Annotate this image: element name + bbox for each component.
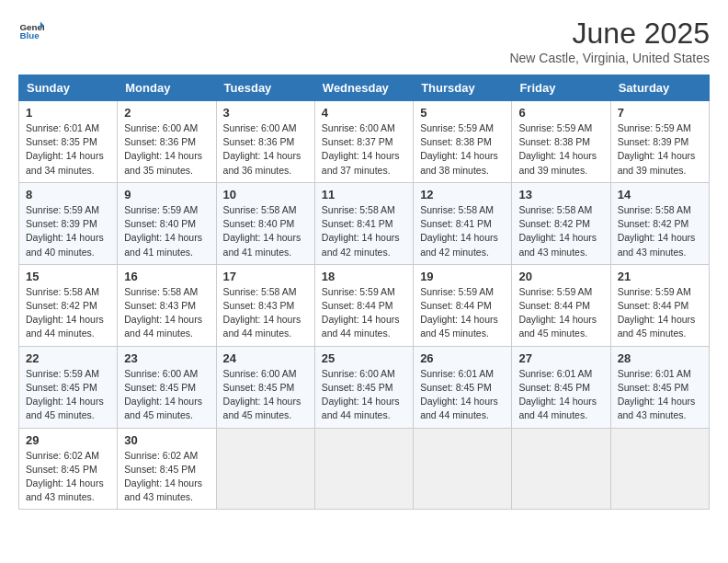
- day-number: 27: [518, 351, 603, 365]
- table-row: [216, 428, 314, 510]
- table-row: 12 Sunrise: 5:58 AM Sunset: 8:41 PM Dayl…: [414, 182, 512, 264]
- day-detail: Sunrise: 5:59 AM Sunset: 8:40 PM Dayligh…: [124, 203, 209, 259]
- daylight-text: Daylight: 14 hours and 43 minutes.: [618, 396, 696, 420]
- day-number: 29: [26, 433, 110, 447]
- day-detail: Sunrise: 5:59 AM Sunset: 8:38 PM Dayligh…: [420, 121, 505, 178]
- day-number: 25: [322, 351, 406, 365]
- daylight-text: Daylight: 14 hours and 41 minutes.: [124, 232, 202, 257]
- day-number: 1: [26, 106, 110, 120]
- daylight-text: Daylight: 14 hours and 40 minutes.: [26, 232, 104, 257]
- table-row: 17 Sunrise: 5:58 AM Sunset: 8:43 PM Dayl…: [216, 264, 314, 346]
- sunset-text: Sunset: 8:45 PM: [26, 464, 97, 475]
- day-number: 12: [420, 188, 505, 201]
- sunset-text: Sunset: 8:40 PM: [223, 218, 295, 229]
- day-detail: Sunrise: 5:59 AM Sunset: 8:44 PM Dayligh…: [322, 285, 406, 341]
- day-number: 19: [420, 270, 505, 283]
- sunset-text: Sunset: 8:40 PM: [124, 218, 196, 229]
- table-row: 8 Sunrise: 5:59 AM Sunset: 8:39 PM Dayli…: [19, 182, 118, 264]
- day-detail: Sunrise: 5:59 AM Sunset: 8:38 PM Dayligh…: [518, 121, 603, 178]
- daylight-text: Daylight: 14 hours and 45 minutes.: [223, 396, 301, 420]
- sunrise-text: Sunrise: 6:02 AM: [26, 450, 99, 461]
- table-row: 3 Sunrise: 6:00 AM Sunset: 8:36 PM Dayli…: [216, 101, 314, 183]
- sunset-text: Sunset: 8:43 PM: [124, 300, 196, 311]
- daylight-text: Daylight: 14 hours and 43 minutes.: [518, 232, 597, 257]
- calendar-week-row: 1 Sunrise: 6:01 AM Sunset: 8:35 PM Dayli…: [19, 101, 710, 183]
- daylight-text: Daylight: 14 hours and 44 minutes.: [322, 314, 400, 339]
- table-row: 26 Sunrise: 6:01 AM Sunset: 8:45 PM Dayl…: [414, 346, 512, 428]
- sunset-text: Sunset: 8:38 PM: [420, 136, 492, 147]
- calendar-table: Sunday Monday Tuesday Wednesday Thursday…: [18, 75, 710, 510]
- sunrise-text: Sunrise: 5:59 AM: [26, 368, 99, 379]
- daylight-text: Daylight: 14 hours and 39 minutes.: [518, 150, 597, 175]
- sunrise-text: Sunrise: 5:59 AM: [518, 286, 592, 297]
- table-row: 10 Sunrise: 5:58 AM Sunset: 8:40 PM Dayl…: [216, 182, 314, 264]
- day-detail: Sunrise: 6:00 AM Sunset: 8:45 PM Dayligh…: [223, 367, 308, 423]
- day-number: 28: [618, 351, 702, 365]
- table-row: 6 Sunrise: 5:59 AM Sunset: 8:38 PM Dayli…: [512, 101, 610, 183]
- day-detail: Sunrise: 6:01 AM Sunset: 8:45 PM Dayligh…: [420, 367, 505, 423]
- table-row: 9 Sunrise: 5:59 AM Sunset: 8:40 PM Dayli…: [118, 182, 216, 264]
- day-detail: Sunrise: 5:59 AM Sunset: 8:45 PM Dayligh…: [26, 367, 110, 423]
- day-detail: Sunrise: 5:59 AM Sunset: 8:39 PM Dayligh…: [26, 203, 110, 259]
- daylight-text: Daylight: 14 hours and 45 minutes.: [124, 396, 202, 420]
- table-row: 28 Sunrise: 6:01 AM Sunset: 8:45 PM Dayl…: [610, 346, 709, 428]
- day-detail: Sunrise: 5:58 AM Sunset: 8:40 PM Dayligh…: [223, 203, 308, 259]
- day-number: 9: [124, 188, 209, 201]
- day-detail: Sunrise: 5:59 AM Sunset: 8:44 PM Dayligh…: [420, 285, 505, 341]
- col-friday: Friday: [512, 75, 610, 101]
- day-number: 22: [26, 351, 110, 365]
- sunset-text: Sunset: 8:39 PM: [618, 136, 689, 147]
- daylight-text: Daylight: 14 hours and 41 minutes.: [223, 232, 301, 257]
- day-number: 26: [420, 351, 505, 365]
- sunrise-text: Sunrise: 5:59 AM: [420, 122, 494, 133]
- day-detail: Sunrise: 6:02 AM Sunset: 8:45 PM Dayligh…: [124, 449, 209, 505]
- day-number: 5: [420, 106, 505, 120]
- sunrise-text: Sunrise: 5:59 AM: [618, 286, 691, 297]
- day-number: 4: [322, 106, 406, 120]
- sunset-text: Sunset: 8:35 PM: [26, 136, 97, 147]
- table-row: 5 Sunrise: 5:59 AM Sunset: 8:38 PM Dayli…: [414, 101, 512, 183]
- logo: General Blue: [18, 17, 44, 42]
- location-subtitle: New Castle, Virginia, United States: [509, 51, 710, 65]
- day-number: 20: [518, 270, 603, 283]
- calendar-title: June 2025: [509, 17, 710, 51]
- sunset-text: Sunset: 8:42 PM: [618, 218, 689, 229]
- sunrise-text: Sunrise: 5:58 AM: [223, 204, 297, 215]
- sunset-text: Sunset: 8:44 PM: [420, 300, 492, 311]
- sunrise-text: Sunrise: 5:58 AM: [124, 286, 198, 297]
- day-number: 30: [124, 433, 209, 447]
- table-row: 25 Sunrise: 6:00 AM Sunset: 8:45 PM Dayl…: [314, 346, 413, 428]
- sunset-text: Sunset: 8:41 PM: [420, 218, 492, 229]
- day-detail: Sunrise: 5:58 AM Sunset: 8:41 PM Dayligh…: [322, 203, 406, 259]
- day-detail: Sunrise: 6:01 AM Sunset: 8:45 PM Dayligh…: [518, 367, 603, 423]
- sunrise-text: Sunrise: 6:01 AM: [26, 122, 99, 133]
- day-number: 2: [124, 106, 209, 120]
- day-detail: Sunrise: 6:00 AM Sunset: 8:36 PM Dayligh…: [124, 121, 209, 178]
- day-detail: Sunrise: 5:59 AM Sunset: 8:44 PM Dayligh…: [618, 285, 702, 341]
- daylight-text: Daylight: 14 hours and 36 minutes.: [223, 150, 301, 175]
- day-number: 14: [618, 188, 702, 201]
- daylight-text: Daylight: 14 hours and 37 minutes.: [322, 150, 400, 175]
- table-row: 4 Sunrise: 6:00 AM Sunset: 8:37 PM Dayli…: [314, 101, 413, 183]
- sunrise-text: Sunrise: 6:00 AM: [223, 368, 297, 379]
- calendar-week-row: 15 Sunrise: 5:58 AM Sunset: 8:42 PM Dayl…: [19, 264, 710, 346]
- sunrise-text: Sunrise: 5:59 AM: [618, 122, 691, 133]
- daylight-text: Daylight: 14 hours and 42 minutes.: [420, 232, 498, 257]
- sunrise-text: Sunrise: 5:58 AM: [420, 204, 494, 215]
- title-area: June 2025 New Castle, Virginia, United S…: [509, 17, 710, 65]
- sunrise-text: Sunrise: 6:00 AM: [322, 122, 395, 133]
- sunset-text: Sunset: 8:45 PM: [322, 382, 393, 393]
- day-detail: Sunrise: 6:02 AM Sunset: 8:45 PM Dayligh…: [26, 449, 110, 505]
- daylight-text: Daylight: 14 hours and 44 minutes.: [322, 396, 400, 420]
- sunrise-text: Sunrise: 6:00 AM: [223, 122, 297, 133]
- svg-text:Blue: Blue: [19, 30, 40, 40]
- table-row: 23 Sunrise: 6:00 AM Sunset: 8:45 PM Dayl…: [118, 346, 216, 428]
- daylight-text: Daylight: 14 hours and 43 minutes.: [26, 477, 104, 502]
- day-number: 23: [124, 351, 209, 365]
- sunset-text: Sunset: 8:45 PM: [124, 382, 196, 393]
- table-row: 1 Sunrise: 6:01 AM Sunset: 8:35 PM Dayli…: [19, 101, 118, 183]
- table-row: 11 Sunrise: 5:58 AM Sunset: 8:41 PM Dayl…: [314, 182, 413, 264]
- sunrise-text: Sunrise: 5:58 AM: [322, 204, 395, 215]
- day-detail: Sunrise: 6:01 AM Sunset: 8:35 PM Dayligh…: [26, 121, 110, 178]
- table-row: [414, 428, 512, 510]
